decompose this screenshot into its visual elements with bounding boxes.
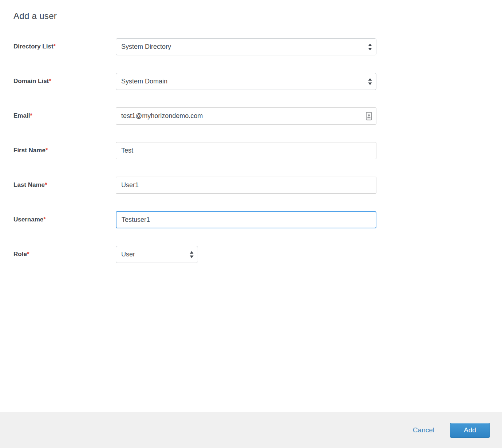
directory-list-select[interactable]: System Directory <box>116 38 376 55</box>
label-text: Last Name <box>13 181 45 188</box>
role-select[interactable]: User <box>116 246 198 263</box>
username-label: Username* <box>13 211 116 223</box>
form-row-domain-list: Domain List* System Domain <box>13 73 502 90</box>
select-stepper-icon <box>190 251 194 258</box>
add-user-panel: Add a user Directory List* System Direct… <box>0 0 502 263</box>
username-field[interactable]: Testuser1 <box>116 211 376 228</box>
domain-list-selected-value: System Domain <box>116 73 376 90</box>
form-row-last-name: Last Name* User1 <box>13 177 502 194</box>
text-cursor <box>151 216 151 224</box>
first-name-label: First Name* <box>13 142 116 154</box>
role-label: Role* <box>13 246 116 258</box>
select-stepper-icon <box>368 78 372 85</box>
required-asterisk: * <box>43 216 46 223</box>
email-field[interactable]: test1@myhorizondemo.com <box>116 107 376 125</box>
label-text: Role <box>13 251 27 258</box>
label-text: Directory List <box>13 43 54 50</box>
select-stepper-icon <box>368 43 372 50</box>
domain-list-label: Domain List* <box>13 73 116 85</box>
first-name-value: Test <box>116 142 376 159</box>
cancel-button[interactable]: Cancel <box>413 426 434 434</box>
required-asterisk: * <box>46 147 48 154</box>
username-value-wrap: Testuser1 <box>116 212 376 228</box>
required-asterisk: * <box>45 181 47 188</box>
form-row-role: Role* User <box>13 246 502 263</box>
directory-list-label: Directory List* <box>13 38 116 50</box>
form-row-directory-list: Directory List* System Directory <box>13 38 502 55</box>
required-asterisk: * <box>30 112 32 119</box>
last-name-value: User1 <box>116 177 376 193</box>
first-name-field[interactable]: Test <box>116 142 376 159</box>
email-label: Email* <box>13 107 116 119</box>
contact-card-icon[interactable] <box>366 112 372 120</box>
form-row-first-name: First Name* Test <box>13 142 502 159</box>
add-button[interactable]: Add <box>450 423 490 438</box>
required-asterisk: * <box>27 251 29 258</box>
role-selected-value: User <box>116 246 198 263</box>
page-title: Add a user <box>13 11 502 21</box>
directory-list-selected-value: System Directory <box>116 39 376 55</box>
username-value: Testuser1 <box>122 216 150 224</box>
email-value: test1@myhorizondemo.com <box>116 108 376 124</box>
last-name-label: Last Name* <box>13 177 116 189</box>
last-name-field[interactable]: User1 <box>116 177 376 194</box>
label-text: Domain List <box>13 78 49 85</box>
label-text: First Name <box>13 147 46 154</box>
label-text: Email <box>13 112 30 119</box>
form-footer: Cancel Add <box>0 412 502 448</box>
label-text: Username <box>13 216 43 223</box>
domain-list-select[interactable]: System Domain <box>116 73 376 90</box>
required-asterisk: * <box>49 78 51 85</box>
required-asterisk: * <box>54 43 56 50</box>
add-user-form: Directory List* System Directory Domain … <box>13 38 502 263</box>
form-row-username: Username* Testuser1 <box>13 211 502 228</box>
form-row-email: Email* test1@myhorizondemo.com <box>13 107 502 125</box>
